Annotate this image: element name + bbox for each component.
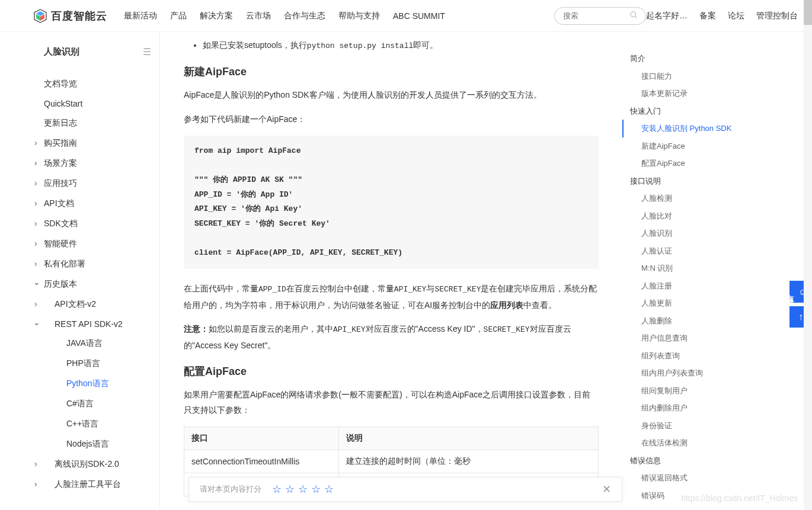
sidebar-item[interactable]: 离线识别SDK-2.0 xyxy=(37,454,154,474)
toc-item[interactable]: 配置AipFace xyxy=(627,155,759,172)
toc-item[interactable]: 快速入门 xyxy=(627,102,759,120)
toc-item[interactable]: 身份验证 xyxy=(627,417,759,435)
header-right: 起名字好…备案论坛管理控制台 xyxy=(646,11,798,21)
paragraph: AipFace是人脸识别的Python SDK客户端，为使用人脸识别的开发人员提… xyxy=(184,87,599,103)
toc-item[interactable]: 组列表查询 xyxy=(627,347,759,365)
sidebar-item[interactable]: Nodejs语言 xyxy=(37,434,154,454)
toc-item[interactable]: 接口能力 xyxy=(627,68,759,85)
toc-item[interactable]: 版本更新记录 xyxy=(627,85,759,102)
header-right-item[interactable]: 论坛 xyxy=(728,11,744,21)
toc-item[interactable]: 人脸删除 xyxy=(627,312,759,330)
toc-item[interactable]: 人脸更新 xyxy=(627,294,759,312)
toc-item[interactable]: 人脸识别 xyxy=(627,224,759,242)
sidebar-item[interactable]: C#语言 xyxy=(37,394,154,414)
star-icon[interactable]: ☆ xyxy=(311,483,321,496)
paragraph: 在上面代码中，常量APP_ID在百度云控制台中创建，常量API_KEY与SECR… xyxy=(184,281,599,313)
sidebar-item[interactable]: Python语言 xyxy=(37,374,154,394)
sidebar-title-row: 人脸识别 ☰ xyxy=(44,46,154,57)
toc-item[interactable]: 人脸比对 xyxy=(627,207,759,225)
sidebar-list: 文档导览QuickStart更新日志购买指南场景方案应用技巧API文档SDK文档… xyxy=(37,74,154,495)
header-right-item[interactable]: 起名字好… xyxy=(646,11,688,21)
toc-item[interactable]: 新建AipFace xyxy=(627,137,759,155)
toc-item[interactable]: 接口说明 xyxy=(627,172,759,190)
svg-point-4 xyxy=(631,11,636,17)
toc-item[interactable]: 组间复制用户 xyxy=(627,382,759,400)
sidebar-title: 人脸识别 xyxy=(44,46,79,57)
sidebar-item[interactable]: PHP语言 xyxy=(37,354,154,374)
star-icon[interactable]: ☆ xyxy=(285,483,295,496)
nav-item[interactable]: 最新活动 xyxy=(124,11,157,21)
toc-item[interactable]: 组内删除用户 xyxy=(627,399,759,417)
header-right-item[interactable]: 管理控制台 xyxy=(756,11,798,21)
sidebar-item[interactable]: 智能硬件 xyxy=(37,234,154,254)
heading-new-aipface: 新建AipFace xyxy=(184,65,599,79)
header-right-item[interactable]: 备案 xyxy=(699,11,716,21)
star-icon[interactable]: ☆ xyxy=(298,483,308,496)
toc: 简介接口能力版本更新记录快速入门安装人脸识别 Python SDK新建AipFa… xyxy=(622,32,765,510)
header: 百度智能云 最新活动产品解决方案云市场合作与生态帮助与支持ABC SUMMIT … xyxy=(0,0,812,32)
close-icon[interactable]: ✕ xyxy=(602,483,611,496)
sidebar-item[interactable]: 私有化部署 xyxy=(37,254,154,274)
toc-item[interactable]: 错误返回格式 xyxy=(627,469,759,487)
feedback-text: 有奖反馈 xyxy=(785,289,796,294)
toc-item[interactable]: 组内用户列表查询 xyxy=(627,364,759,382)
content: 如果已安装setuptools，执行python setup.py instal… xyxy=(160,32,622,510)
svg-line-5 xyxy=(635,16,637,18)
hamburger-icon[interactable]: ☰ xyxy=(143,47,151,57)
toc-item[interactable]: 简介 xyxy=(627,50,759,68)
sidebar-item[interactable]: QuickStart xyxy=(37,94,154,113)
nav-item[interactable]: 解决方案 xyxy=(200,11,233,21)
logo[interactable]: 百度智能云 xyxy=(33,9,107,23)
search-input[interactable] xyxy=(554,7,646,25)
sidebar-item[interactable]: C++语言 xyxy=(37,414,154,434)
heading-config-aipface: 配置AipFace xyxy=(184,364,599,379)
toc-item[interactable]: 人脸注册 xyxy=(627,277,759,295)
scrollbar-track[interactable] xyxy=(804,0,812,510)
toc-item[interactable]: 在线活体检测 xyxy=(627,434,759,452)
rating-stars: ☆ ☆ ☆ ☆ ☆ xyxy=(272,483,334,496)
logo-text: 百度智能云 xyxy=(51,9,107,23)
toc-item[interactable]: 错误信息 xyxy=(627,452,759,470)
sidebar-item[interactable]: 场景方案 xyxy=(37,153,154,174)
table-cell: setConnectionTimeoutInMillis xyxy=(184,450,339,473)
code-block: from aip import AipFace """ 你的 APPID AK … xyxy=(184,136,599,270)
toc-item[interactable]: 安装人脸识别 Python SDK xyxy=(622,120,759,137)
sidebar-item[interactable]: 历史版本 xyxy=(37,274,154,294)
table-cell: 建立连接的超时时间（单位：毫秒 xyxy=(339,450,599,473)
toc-item[interactable]: 人脸认证 xyxy=(627,242,759,260)
rating-bar: 请对本页内容打分 ☆ ☆ ☆ ☆ ☆ ✕ xyxy=(188,477,622,502)
nav-item[interactable]: 云市场 xyxy=(246,11,271,21)
paragraph: 如果用户需要配置AipFace的网络请求参数(一般不需要配置)，可以在构造Aip… xyxy=(184,387,599,418)
nav-item[interactable]: 帮助与支持 xyxy=(338,11,380,21)
toc-item[interactable]: 用户信息查询 xyxy=(627,329,759,347)
search-icon xyxy=(629,11,638,21)
search-field[interactable] xyxy=(563,11,629,20)
sidebar-item[interactable]: JAVA语言 xyxy=(37,333,154,354)
scrollbar-thumb[interactable] xyxy=(804,0,812,25)
nav-menu: 最新活动产品解决方案云市场合作与生态帮助与支持ABC SUMMIT xyxy=(124,11,553,21)
star-icon[interactable]: ☆ xyxy=(272,483,282,496)
sidebar: 人脸识别 ☰ 文档导览QuickStart更新日志购买指南场景方案应用技巧API… xyxy=(0,32,160,510)
sidebar-item[interactable]: 更新日志 xyxy=(37,113,154,133)
sidebar-item[interactable]: 购买指南 xyxy=(37,133,154,153)
table-header-row: 接口 说明 xyxy=(184,426,599,450)
nav-item[interactable]: ABC SUMMIT xyxy=(393,11,445,21)
toc-item[interactable]: 人脸检测 xyxy=(627,190,759,207)
sidebar-item[interactable]: API文档 xyxy=(37,194,154,214)
sidebar-item[interactable]: 人脸注册工具平台 xyxy=(37,474,154,495)
toc-list: 简介接口能力版本更新记录快速入门安装人脸识别 Python SDK新建AipFa… xyxy=(627,50,759,504)
rating-text: 请对本页内容打分 xyxy=(200,484,261,495)
table-row: setConnectionTimeoutInMillis建立连接的超时时间（单位… xyxy=(184,450,599,473)
sidebar-item[interactable]: 应用技巧 xyxy=(37,174,154,194)
toc-item[interactable]: M:N 识别 xyxy=(627,259,759,277)
sidebar-item[interactable]: 文档导览 xyxy=(37,74,154,94)
sidebar-item[interactable]: REST API SDK-v2 xyxy=(37,315,154,333)
nav-item[interactable]: 产品 xyxy=(170,11,187,21)
sidebar-item[interactable]: API文档-v2 xyxy=(37,294,154,315)
star-icon[interactable]: ☆ xyxy=(324,483,334,496)
sidebar-item[interactable]: SDK文档 xyxy=(37,214,154,234)
logo-icon xyxy=(33,9,47,23)
paragraph: 参考如下代码新建一个AipFace： xyxy=(184,111,599,127)
nav-item[interactable]: 合作与生态 xyxy=(284,11,325,21)
toc-item[interactable]: 错误码 xyxy=(627,487,759,505)
